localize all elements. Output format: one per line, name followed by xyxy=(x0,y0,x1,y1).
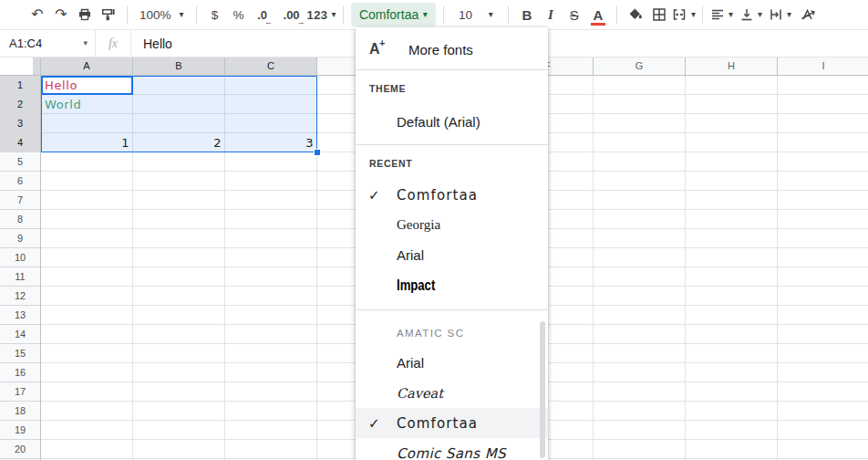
menu-divider xyxy=(356,144,548,145)
zoom-value: 100% xyxy=(140,8,171,22)
all-font-list: Amatic SCArialCaveat✓ComfortaaComic Sans… xyxy=(356,318,548,460)
font-menu-item-impact[interactable]: Impact xyxy=(356,270,548,300)
chevron-down-icon: ▾ xyxy=(423,10,428,19)
row-header-19[interactable]: 19 xyxy=(0,421,40,440)
font-item-label: Impact xyxy=(397,277,435,294)
text-rotation-icon xyxy=(800,6,816,23)
column-header-c[interactable]: C xyxy=(225,57,317,75)
row-header-13[interactable]: 13 xyxy=(0,306,40,325)
borders-button[interactable] xyxy=(647,4,671,26)
fill-color-button[interactable] xyxy=(624,4,647,26)
chevron-down-icon: ▾ xyxy=(331,10,336,19)
menu-scrollbar-thumb[interactable] xyxy=(540,321,545,458)
print-button[interactable] xyxy=(73,4,97,26)
horizontal-align-icon xyxy=(709,6,726,23)
font-menu-item-default-arial[interactable]: Default (Arial) xyxy=(356,107,548,137)
cell-a4[interactable]: 1 xyxy=(41,133,133,152)
format-percent-button[interactable]: % xyxy=(227,4,251,26)
recent-font-list: ✓ComfortaaGeorgiaArialImpact xyxy=(356,180,548,300)
text-wrap-icon xyxy=(768,6,784,23)
text-color-swatch xyxy=(591,23,605,26)
row-header-15[interactable]: 15 xyxy=(0,344,40,363)
row-header-11[interactable]: 11 xyxy=(0,267,40,287)
font-menu-item-caveat[interactable]: Caveat xyxy=(356,378,548,408)
vertical-align-button[interactable]: ▾ xyxy=(739,4,762,26)
theme-section-label: THEME xyxy=(356,81,548,96)
check-icon: ✓ xyxy=(368,415,397,432)
horizontal-align-button[interactable]: ▾ xyxy=(709,4,733,26)
name-box[interactable]: A1:C4 ▾ xyxy=(0,30,95,57)
strikethrough-button[interactable]: S xyxy=(563,4,586,26)
row-header-6[interactable]: 6 xyxy=(0,172,40,191)
row-header-3[interactable]: 3 xyxy=(0,114,40,133)
row-header-4[interactable]: 4 xyxy=(0,133,40,152)
merge-cells-button[interactable]: ▾ xyxy=(671,4,696,26)
font-item-label: Georgia xyxy=(397,217,440,233)
text-rotation-button[interactable] xyxy=(796,4,820,26)
cell-b4[interactable]: 2 xyxy=(133,133,225,152)
font-menu-item-arial[interactable]: Arial xyxy=(356,348,548,378)
chevron-down-icon: ▾ xyxy=(180,10,184,19)
cell-c4[interactable]: 3 xyxy=(225,133,317,152)
zoom-select[interactable]: 100% ▾ xyxy=(134,8,190,22)
formula-input[interactable]: Hello xyxy=(131,37,172,51)
bold-button[interactable]: B xyxy=(515,4,539,26)
cell-a1[interactable]: Hello xyxy=(41,76,133,95)
toolbar-divider xyxy=(702,5,703,24)
font-menu-item-georgia[interactable]: Georgia xyxy=(356,210,548,240)
row-header-7[interactable]: 7 xyxy=(0,191,40,210)
font-size-select[interactable]: 10 ▾ xyxy=(450,3,501,26)
undo-icon: ↶ xyxy=(31,7,43,22)
menu-divider xyxy=(356,69,548,70)
column-header-h[interactable]: H xyxy=(686,57,778,75)
row-header-17[interactable]: 17 xyxy=(0,382,40,402)
select-all-corner[interactable] xyxy=(0,57,41,76)
row-header-5[interactable]: 5 xyxy=(0,152,40,172)
toolbar-divider xyxy=(196,5,197,24)
font-menu-item-arial[interactable]: Arial xyxy=(356,240,548,270)
column-header-g[interactable]: G xyxy=(594,57,686,75)
row-header-18[interactable]: 18 xyxy=(0,402,40,421)
row-header-20[interactable]: 20 xyxy=(0,440,40,459)
column-header-a[interactable]: A xyxy=(41,57,133,75)
cell-a2[interactable]: World xyxy=(41,95,133,114)
row-header-9[interactable]: 9 xyxy=(0,229,40,248)
recent-section-label: RECENT xyxy=(356,156,548,171)
format-currency-button[interactable]: $ xyxy=(203,4,227,26)
chevron-down-icon: ▾ xyxy=(758,10,762,19)
decrease-decimal-button[interactable]: .0← xyxy=(251,4,274,26)
toolbar-divider xyxy=(508,5,509,24)
row-header-10[interactable]: 10 xyxy=(0,248,40,267)
increase-decimal-button[interactable]: .00→ xyxy=(280,4,304,26)
more-fonts-label: More fonts xyxy=(408,42,473,58)
row-header-8[interactable]: 8 xyxy=(0,210,40,229)
name-box-value: A1:C4 xyxy=(9,37,42,50)
font-menu-item-comfortaa[interactable]: ✓Comfortaa xyxy=(356,408,548,438)
font-family-select[interactable]: Comfortaa ▾ xyxy=(351,3,436,26)
column-header-b[interactable]: B xyxy=(133,57,225,75)
font-item-label: Default (Arial) xyxy=(397,114,480,130)
italic-button[interactable]: I xyxy=(539,4,563,26)
row-header-1[interactable]: 1 xyxy=(0,76,40,95)
font-menu-item-amatic-sc[interactable]: Amatic SC xyxy=(356,318,548,348)
row-header-2[interactable]: 2 xyxy=(0,95,40,114)
number-format-button[interactable]: 123 ▾ xyxy=(307,4,336,26)
number-format-label: 123 xyxy=(307,8,328,22)
paint-format-button[interactable] xyxy=(97,4,120,26)
font-menu-item-comic-sans-ms[interactable]: Comic Sans MS xyxy=(356,438,548,460)
font-menu-item-comfortaa[interactable]: ✓Comfortaa xyxy=(356,180,548,210)
text-color-button[interactable]: A xyxy=(586,4,610,26)
redo-icon: ↷ xyxy=(55,7,67,22)
column-header-i[interactable]: I xyxy=(778,57,868,75)
print-icon xyxy=(77,6,93,23)
toolbar-divider xyxy=(443,5,444,24)
redo-button[interactable]: ↷ xyxy=(49,4,73,26)
row-header-14[interactable]: 14 xyxy=(0,325,40,344)
text-wrap-button[interactable]: ▾ xyxy=(768,4,791,26)
paint-format-icon xyxy=(100,6,117,23)
undo-button[interactable]: ↶ xyxy=(26,4,49,26)
font-item-label: Comfortaa xyxy=(397,415,478,432)
row-header-16[interactable]: 16 xyxy=(0,363,40,382)
more-fonts-item[interactable]: A+ More fonts xyxy=(356,35,548,64)
row-header-12[interactable]: 12 xyxy=(0,287,40,306)
